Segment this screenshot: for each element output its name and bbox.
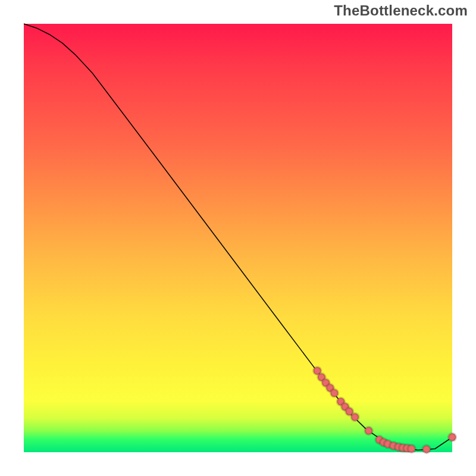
- scatter-point: [422, 445, 430, 453]
- scatter-point: [351, 413, 359, 421]
- chart-container: TheBottleneck.com: [0, 0, 476, 476]
- plot-area: [24, 24, 452, 452]
- scatter-point: [449, 433, 456, 441]
- scatter-point: [331, 389, 339, 397]
- watermark-text: TheBottleneck.com: [334, 2, 468, 19]
- data-curve: [24, 24, 452, 450]
- scatter-point: [408, 445, 415, 453]
- scatter-point: [365, 427, 372, 435]
- scatter-points: [314, 367, 456, 453]
- chart-svg: [24, 24, 452, 452]
